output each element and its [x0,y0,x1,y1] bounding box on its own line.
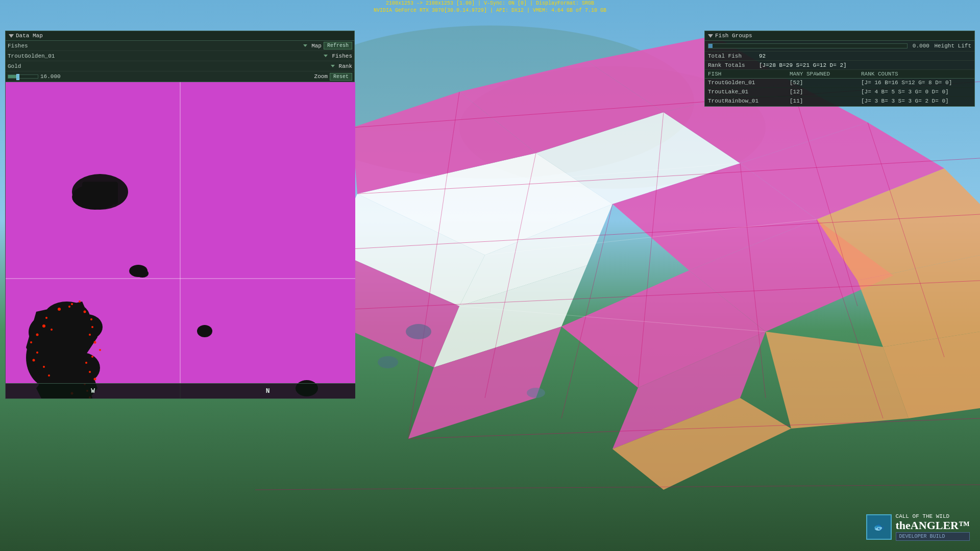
watermark-badge: DEVELOPER BUILD [896,532,970,541]
fish-row-1: TroutLake_01 [12] [J= 4 B= 5 S= 3 G= 0 D… [705,88,974,97]
rank-totals-value: [J=28 B=29 S=21 G=12 D= 2] [759,62,847,68]
fish-name-1: TroutLake_01 [708,89,790,95]
zoom-slider-thumb[interactable] [16,74,19,80]
rank-row: Gold Rank [6,61,354,71]
compass-n: N [266,387,270,395]
svg-point-65 [90,318,92,320]
fish-groups-collapse-icon[interactable] [708,34,713,38]
top-hud: 2108x1253 -> 2108x1253 [1.00] | V-Sync: … [0,0,980,14]
hud-text: 2108x1253 -> 2108x1253 [1.00] | V-Sync: … [374,0,606,14]
svg-point-67 [51,329,53,331]
zoom-slider-container: 16.000 [8,73,314,80]
fish-row-2: TroutRainbow_01 [11] [J= 3 B= 3 S= 3 G= … [705,97,974,106]
svg-point-77 [36,352,38,354]
compass-bar: W N [6,383,355,398]
fishes-type-label: Fishes [332,53,352,59]
svg-point-61 [58,308,61,311]
fish-groups-header: Fish Groups [705,31,974,41]
zoom-row: 16.000 Zoom Reset [6,71,354,82]
fishes-dropdown-icon[interactable] [303,44,307,47]
col-header-rank: RANK COUNTS [861,71,971,77]
rank-dropdown-label: Rank [339,63,352,69]
rank-dropdown-icon[interactable] [331,65,335,67]
fish-type-controls: Fishes [324,53,352,59]
svg-point-62 [68,306,70,308]
svg-point-90 [136,269,149,278]
fish-rank-2: [J= 3 B= 3 S= 3 G= 2 D= 0] [861,98,971,105]
total-fish-label: Total Fish [708,53,759,59]
svg-point-66 [42,324,45,328]
svg-point-42 [406,324,431,339]
height-lift-label: Height Lift [934,43,971,49]
reset-button[interactable]: Reset [330,73,352,81]
fish-groups-title: Fish Groups [715,33,752,39]
zoom-value: 16.000 [40,73,61,80]
svg-point-79 [85,362,87,364]
svg-point-76 [91,356,93,358]
zoom-slider-track[interactable] [8,74,38,79]
fish-groups-panel: Fish Groups 0.000 Height Lift Total Fish… [704,31,975,107]
fish-spawned-0: [52] [790,80,861,86]
svg-point-43 [378,356,398,368]
col-header-spawned: MANY SPAWNED [790,71,861,77]
watermark-title-line2: theANGLER™ [896,520,970,531]
selected-fish-label: TroutGolden_01 [8,53,324,59]
data-map-controls: Fishes Map Refresh TroutGolden_01 Fishes… [6,41,354,82]
total-fish-row: Total Fish 92 [705,52,974,61]
map-label: Map [311,43,322,49]
fish-row-0: TroutGolden_01 [52] [J= 16 B=16 S=12 G= … [705,79,974,88]
data-map-header: Data Map [6,31,354,41]
total-fish-value: 92 [759,53,766,59]
svg-point-72 [30,341,32,343]
watermark-text: CALL OF THE WILD theANGLER™ DEVELOPER BU… [896,513,970,541]
zoom-slider-fill [8,75,17,78]
svg-point-83 [48,374,50,377]
collapse-triangle-icon[interactable] [9,34,14,38]
svg-point-78 [33,359,35,362]
fish-rank-0: [J= 16 B=16 S=12 G= 8 D= 0] [861,80,971,86]
data-map-title: Data Map [16,33,43,39]
svg-point-70 [79,300,81,303]
svg-rect-50 [82,182,118,205]
svg-point-75 [99,349,101,351]
compass-w: W [91,387,95,395]
fish-name-0: TroutGolden_01 [708,80,790,86]
rank-controls: Rank [331,63,352,69]
svg-point-63 [84,311,86,313]
svg-point-69 [36,334,39,336]
fish-rank-1: [J= 4 B= 5 S= 3 G= 0 D= 0] [861,89,971,95]
svg-point-68 [71,303,73,305]
zoom-controls: Zoom Reset [314,73,352,81]
data-map-panel: Data Map Fishes Map Refresh TroutGolden_… [5,31,355,399]
svg-point-82 [94,378,96,381]
fish-spawned-2: [11] [790,98,861,105]
height-value: 0.000 [911,43,931,49]
height-lift-row: 0.000 Height Lift [705,41,974,52]
refresh-button[interactable]: Refresh [324,42,352,49]
watermark-icon: 🐟 [866,514,892,540]
svg-point-89 [197,325,212,337]
svg-point-81 [89,371,91,373]
hud-line1: 2108x1253 -> 2108x1253 [1.00] | V-Sync: … [374,0,606,7]
fishes-row: Fishes Map Refresh [6,41,354,51]
height-slider-fill [708,44,713,48]
svg-point-73 [89,334,91,336]
map-canvas-container[interactable]: W N [6,82,355,398]
height-slider-track[interactable] [708,43,908,48]
fish-spawned-1: [12] [790,89,861,95]
rank-totals-label: Rank Totals [708,62,759,68]
svg-point-64 [45,317,47,319]
svg-point-71 [91,326,93,328]
fish-type-dropdown-icon[interactable] [324,55,328,57]
svg-point-74 [94,341,96,344]
svg-point-44 [527,388,545,398]
zoom-label: Zoom [314,73,328,80]
svg-point-80 [43,366,45,368]
fish-select-row: TroutGolden_01 Fishes [6,51,354,61]
fish-name-2: TroutRainbow_01 [708,98,790,105]
fishes-controls: Map Refresh [303,42,352,49]
hud-line2: NVIDIA GeForce RTX 3070[30.0.14.9729] | … [374,7,606,14]
rank-totals-row: Rank Totals [J=28 B=29 S=21 G=12 D= 2] [705,61,974,70]
fish-table-header: FISH MANY SPAWNED RANK COUNTS [705,70,974,79]
fishes-label: Fishes [8,43,303,49]
